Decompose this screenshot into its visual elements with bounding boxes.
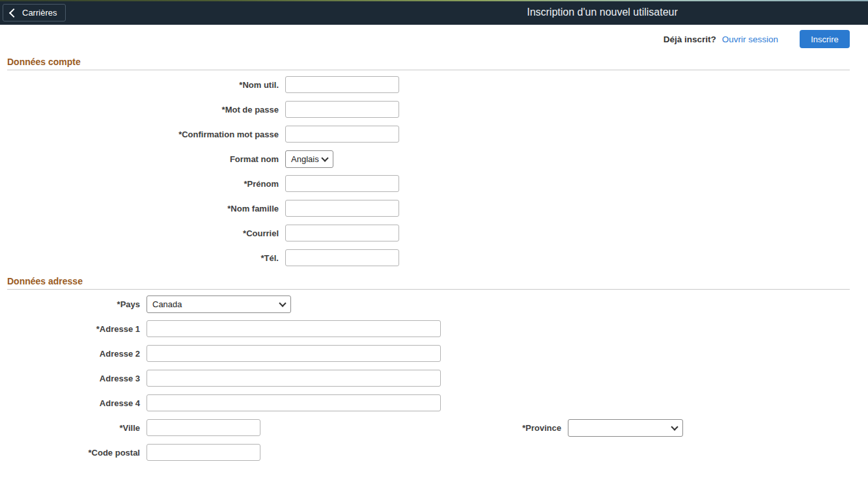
form-row-email: *Courriel: [0, 221, 399, 245]
chevron-down-icon: [279, 299, 286, 307]
form-row-country: *Pays Canada: [0, 292, 683, 316]
city-label: *Ville: [0, 423, 147, 433]
username-label: *Nom util.: [0, 80, 285, 90]
address4-input[interactable]: [147, 394, 441, 411]
last-name-input[interactable]: [285, 200, 399, 217]
postal-code-label: *Code postal: [0, 448, 147, 458]
form-row-confirm-password: *Confirmation mot passe: [0, 122, 399, 146]
app-header: Carrières Inscription d'un nouvel utilis…: [0, 0, 868, 25]
first-name-label: *Prénom: [0, 179, 285, 189]
address1-label: *Adresse 1: [0, 324, 147, 334]
address3-input[interactable]: [147, 370, 441, 387]
header-accent-stripe: [0, 0, 868, 1]
phone-input[interactable]: [285, 249, 399, 266]
form-row-name-format: Format nom Anglais: [0, 146, 399, 171]
register-button[interactable]: Inscrire: [800, 30, 850, 48]
address2-input[interactable]: [147, 345, 441, 362]
username-input[interactable]: [285, 76, 399, 93]
email-input[interactable]: [285, 225, 399, 241]
address-form: *Pays Canada *Adresse 1 Adresse 2 Adress…: [0, 292, 683, 465]
already-registered-text: Déjà inscrit?: [664, 34, 716, 44]
email-label: *Courriel: [0, 228, 285, 238]
form-row-city-province: *Ville *Province: [0, 415, 683, 440]
chevron-left-icon: [9, 8, 18, 17]
form-row-address1: *Adresse 1: [0, 316, 683, 341]
account-form: *Nom util. *Mot de passe *Confirmation m…: [0, 72, 399, 270]
confirm-password-input[interactable]: [285, 126, 399, 143]
province-label: *Province: [260, 423, 568, 433]
address-section-heading: Données adresse: [7, 277, 850, 290]
form-row-address2: Adresse 2: [0, 341, 683, 366]
name-format-label: Format nom: [0, 154, 285, 164]
form-row-postal-code: *Code postal: [0, 440, 683, 465]
address2-label: Adresse 2: [0, 349, 147, 359]
form-row-username: *Nom util.: [0, 72, 399, 97]
form-row-password: *Mot de passe: [0, 97, 399, 122]
name-format-selected-value: Anglais: [291, 154, 319, 164]
page-title: Inscription d'un nouvel utilisateur: [527, 7, 678, 18]
province-select[interactable]: [568, 419, 683, 437]
chevron-down-icon: [321, 154, 328, 161]
open-session-link[interactable]: Ouvrir session: [722, 34, 778, 44]
form-row-address4: Adresse 4: [0, 391, 683, 415]
chevron-down-icon: [671, 423, 678, 430]
last-name-label: *Nom famille: [0, 204, 285, 213]
name-format-select[interactable]: Anglais: [285, 150, 333, 168]
phone-label: *Tél.: [0, 253, 285, 263]
country-select[interactable]: Canada: [147, 295, 291, 313]
back-button-careers[interactable]: Carrières: [3, 4, 66, 21]
address1-input[interactable]: [147, 320, 441, 337]
back-button-label: Carrières: [22, 8, 57, 18]
form-row-phone: *Tél.: [0, 245, 399, 270]
address3-label: Adresse 3: [0, 374, 147, 383]
address4-label: Adresse 4: [0, 398, 147, 408]
password-input[interactable]: [285, 101, 399, 118]
password-label: *Mot de passe: [0, 105, 285, 115]
account-section-heading: Données compte: [7, 57, 850, 70]
city-input[interactable]: [147, 419, 260, 436]
country-selected-value: Canada: [152, 299, 182, 309]
signin-bar: Déjà inscrit? Ouvrir session Inscrire: [664, 30, 850, 48]
form-row-address3: Adresse 3: [0, 366, 683, 391]
country-label: *Pays: [0, 299, 147, 309]
postal-code-input[interactable]: [147, 444, 260, 461]
form-row-first-name: *Prénom: [0, 171, 399, 196]
form-row-last-name: *Nom famille: [0, 196, 399, 221]
first-name-input[interactable]: [285, 175, 399, 192]
confirm-password-label: *Confirmation mot passe: [0, 130, 285, 139]
